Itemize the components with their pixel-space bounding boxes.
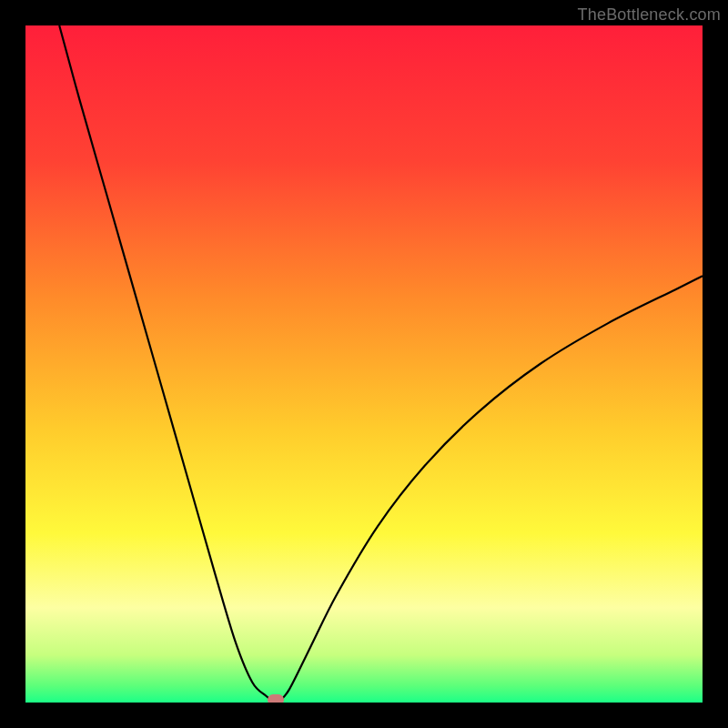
optimal-point-marker (268, 694, 284, 703)
chart-curve (25, 25, 703, 703)
plot-area (25, 25, 703, 703)
watermark-text: TheBottleneck.com (578, 5, 721, 25)
chart-container: TheBottleneck.com (0, 0, 728, 728)
